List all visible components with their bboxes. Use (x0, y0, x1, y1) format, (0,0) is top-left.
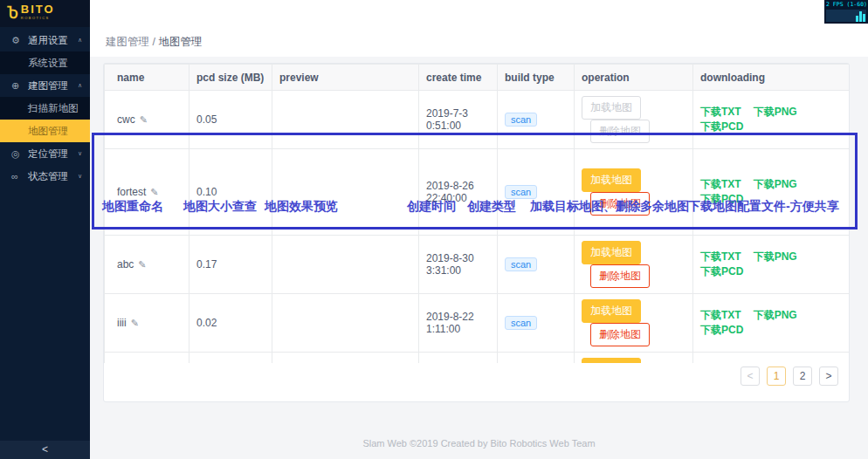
download-txt-link[interactable]: 下载TXT (700, 178, 741, 190)
delete-map-button[interactable]: 删除地图 (590, 323, 650, 346)
create-time-cell: 2019-7-3 0:51:00 (419, 91, 498, 149)
preview-cell (272, 91, 419, 149)
load-map-button-disabled: 加载地图 (582, 96, 641, 120)
fps-bars (856, 11, 865, 22)
bito-logo-icon: Ⴆ (7, 4, 18, 23)
operation-cell: 加载地图删除地图 (575, 149, 693, 236)
footer-text: Slam Web ©2019 Created by Bito Robotics … (90, 438, 868, 449)
main-content: 建图管理 / 地图管理 name pcd size (MB) preview c… (90, 0, 868, 459)
edit-name-icon[interactable]: ✎ (150, 187, 158, 197)
delete-map-button[interactable]: 删除地图 (590, 264, 650, 288)
sidebar-item-positioning-management[interactable]: ◎定位管理 ∨ (0, 142, 90, 165)
download-pcd-link[interactable]: 下载PCD (700, 193, 743, 205)
download-txt-link[interactable]: 下载TXT (700, 106, 741, 118)
build-type-cell: scan (498, 294, 575, 353)
downloading-cell: 下载TXT下载PNG下载PCD (693, 91, 850, 149)
gear-icon: ⚙ (11, 29, 24, 51)
logo-text: BITO ROBOTICS (21, 5, 55, 23)
col-header-operation: operation (575, 65, 693, 91)
col-header-preview: preview (272, 65, 419, 91)
fps-stats-widget[interactable]: 2 FPS (1-60) (824, 0, 868, 24)
table-row-rr: rr✎ 0.02 2019-8-30 1:10:00 scan 加载地图删除地图… (105, 353, 850, 364)
build-type-badge: scan (505, 185, 537, 199)
map-table-wrap: name pcd size (MB) preview create time b… (104, 64, 849, 363)
load-map-button[interactable]: 加载地图 (582, 358, 641, 363)
sidebar-item-mapping-management[interactable]: ⊕建图管理 ∧ (0, 74, 90, 97)
sidebar-item-map-management[interactable]: 地图管理 (0, 120, 90, 142)
downloading-cell: 下载TXT下载PNG下载PCD (693, 294, 850, 353)
download-png-link[interactable]: 下载PNG (754, 106, 797, 118)
chevron-up-icon: ∧ (78, 74, 82, 97)
download-png-link[interactable]: 下载PNG (754, 178, 797, 190)
breadcrumb-current: 地图管理 (158, 36, 202, 48)
breadcrumb: 建图管理 / 地图管理 (106, 35, 202, 50)
download-pcd-link[interactable]: 下载PCD (700, 265, 743, 277)
table-row-abc: abc✎ 0.17 2019-8-30 3:31:00 scan 加载地图删除地… (105, 236, 850, 294)
pagination-prev-button: < (741, 367, 760, 386)
locate-icon: ◎ (11, 142, 24, 165)
edit-name-icon[interactable]: ✎ (138, 259, 146, 270)
pcd-size-cell: 0.17 (189, 236, 272, 294)
preview-cell (272, 294, 419, 353)
collapse-icon: < (42, 443, 48, 456)
build-type-badge: scan (505, 316, 537, 330)
create-time-cell: 2019-8-26 22:40:00 (419, 149, 498, 236)
map-table-card: name pcd size (MB) preview create time b… (103, 63, 850, 402)
create-time-cell: 2019-8-30 3:31:00 (419, 236, 498, 294)
load-map-button[interactable]: 加载地图 (582, 241, 641, 264)
download-txt-link[interactable]: 下载TXT (700, 250, 741, 263)
link-icon: ∞ (11, 165, 24, 188)
map-table: name pcd size (MB) preview create time b… (104, 64, 849, 363)
pcd-size-cell: 0.02 (189, 294, 272, 353)
pcd-size-cell: 0.10 (189, 149, 272, 236)
operation-cell: 加载地图删除地图 (575, 294, 693, 353)
download-pcd-link[interactable]: 下载PCD (700, 120, 743, 133)
preview-cell (272, 149, 419, 236)
logo-tagline: ROBOTICS (21, 14, 55, 23)
preview-cell (272, 236, 419, 294)
pcd-size-cell: 0.05 (189, 91, 272, 149)
col-header-pcd-size: pcd size (MB) (189, 65, 272, 91)
sidebar-nav: ⚙通用设置 ∧ 系统设置 ⊕建图管理 ∧ 扫描新地图 地图管理 ◎定位管理 ∨ … (0, 29, 90, 188)
create-time-cell: 2019-8-22 1:11:00 (419, 294, 498, 353)
pagination-page-1[interactable]: 1 (767, 367, 786, 386)
sidebar-collapse-trigger[interactable]: < (0, 441, 90, 459)
chevron-down-icon: ∨ (78, 142, 82, 165)
download-png-link[interactable]: 下载PNG (754, 250, 797, 263)
download-txt-link[interactable]: 下载TXT (700, 309, 741, 321)
map-name-cell: fortest✎ (105, 149, 189, 236)
build-type-badge: scan (505, 257, 537, 271)
breadcrumb-parent[interactable]: 建图管理 (106, 36, 149, 48)
downloading-cell: 下载TXT下载PNG下载PCD (693, 236, 850, 294)
operation-cell: 加载地图删除地图 (575, 91, 693, 149)
build-map-icon: ⊕ (11, 74, 24, 97)
fps-label: 2 FPS (1-60) (824, 0, 868, 8)
sidebar: Ⴆ BITO ROBOTICS ⚙通用设置 ∧ 系统设置 ⊕建图管理 ∧ 扫描新… (0, 0, 90, 459)
col-header-build-type: build type (498, 65, 575, 91)
edit-name-icon[interactable]: ✎ (140, 114, 148, 125)
edit-name-icon[interactable]: ✎ (131, 318, 139, 328)
delete-map-button[interactable]: 删除地图 (590, 192, 650, 216)
table-row-fortest: fortest✎ 0.10 2019-8-26 22:40:00 scan 加载… (105, 149, 850, 236)
map-name-cell: abc✎ (105, 236, 189, 294)
table-row-cwc: cwc✎ 0.05 2019-7-3 0:51:00 scan 加载地图删除地图… (105, 91, 850, 149)
operation-cell: 加载地图删除地图 (575, 353, 693, 364)
pagination-page-2[interactable]: 2 (793, 367, 812, 386)
build-type-badge: scan (505, 113, 537, 127)
download-pcd-link[interactable]: 下载PCD (700, 324, 743, 336)
build-type-cell: scan (498, 91, 575, 149)
pagination-next-button[interactable]: > (819, 367, 838, 386)
sidebar-item-system-settings[interactable]: 系统设置 (0, 51, 90, 74)
bito-logo: Ⴆ BITO ROBOTICS (0, 0, 90, 27)
download-png-link[interactable]: 下载PNG (754, 309, 797, 321)
col-header-downloading: downloading (693, 65, 850, 91)
col-header-name: name (105, 65, 189, 91)
load-map-button[interactable]: 加载地图 (582, 168, 641, 192)
load-map-button[interactable]: 加载地图 (582, 299, 641, 323)
sidebar-item-general-settings[interactable]: ⚙通用设置 ∧ (0, 29, 90, 51)
sidebar-item-status-management[interactable]: ∞状态管理 ∨ (0, 165, 90, 188)
col-header-create-time: create time (419, 65, 498, 91)
downloading-cell: 下载TXT下载PNG下载PCD (693, 149, 850, 236)
build-type-cell: scan (498, 353, 575, 364)
sidebar-item-scan-new-map[interactable]: 扫描新地图 (0, 97, 90, 120)
